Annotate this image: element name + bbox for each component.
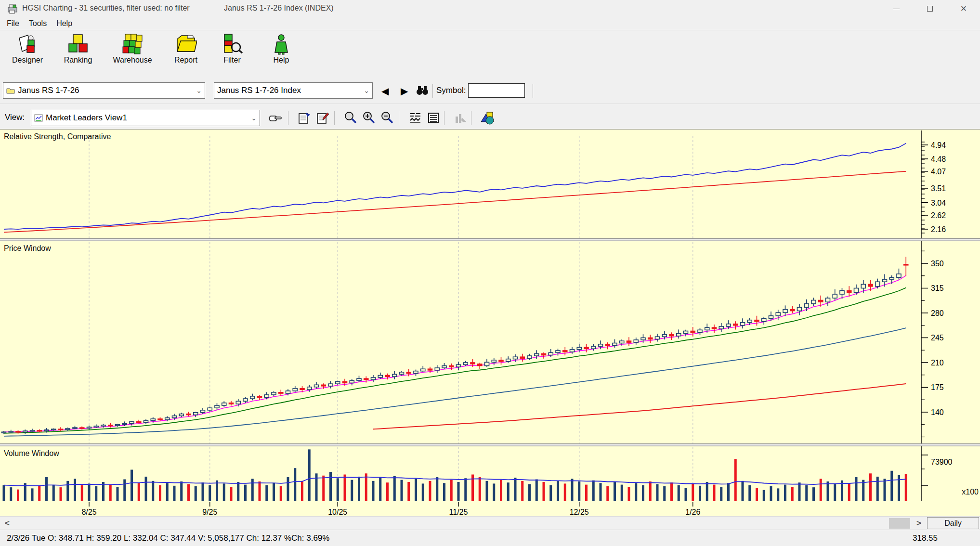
- menu-help[interactable]: Help: [53, 18, 79, 29]
- data-table-icon[interactable]: [426, 111, 441, 125]
- folder-icon: [6, 87, 15, 94]
- view-label: View:: [5, 113, 25, 122]
- main-toolbar: Designer Ranking Warehouse Re: [0, 32, 980, 66]
- security-dropdown[interactable]: Janus RS 1-7-26 Index ⌄: [214, 82, 373, 99]
- zoom-out-icon[interactable]: [379, 111, 395, 125]
- document-title: Janus RS 1-7-26 Index (INDEX): [224, 4, 334, 13]
- svg-text:2.62: 2.62: [931, 211, 946, 220]
- separator: [471, 111, 471, 125]
- menu-tools[interactable]: Tools: [26, 18, 53, 29]
- svg-text:350: 350: [931, 260, 944, 268]
- minimize-button[interactable]: [881, 0, 911, 17]
- edit-chart-icon[interactable]: [315, 111, 330, 125]
- svg-text:73900: 73900: [931, 458, 953, 466]
- chart-view-icon: [34, 114, 43, 122]
- security-dropdown-value: Janus RS 1-7-26 Index: [217, 86, 301, 95]
- close-button[interactable]: ×: [949, 0, 979, 17]
- annotate-disabled-icon: [453, 111, 468, 125]
- help-button[interactable]: Help: [267, 33, 296, 65]
- app-icon: [7, 3, 18, 14]
- help-icon: [270, 33, 292, 55]
- svg-text:4.94: 4.94: [931, 141, 946, 149]
- chevron-down-icon: ⌄: [251, 114, 257, 122]
- warehouse-icon: [121, 33, 144, 55]
- scrollbar-thumb[interactable]: [889, 518, 910, 529]
- view-dropdown-value: Market Leaders View1: [46, 113, 127, 123]
- indicator-settings-icon[interactable]: [407, 111, 423, 125]
- volume-panel-title: Volume Window: [4, 449, 59, 458]
- filter-icon: [221, 33, 243, 55]
- svg-text:12/25: 12/25: [570, 508, 589, 516]
- pointer-hand-icon[interactable]: [268, 111, 283, 125]
- scroll-right-arrow[interactable]: >: [912, 517, 926, 530]
- ranking-icon: [67, 33, 89, 55]
- svg-text:11/25: 11/25: [449, 508, 468, 516]
- previous-security-button[interactable]: ◀: [381, 85, 389, 97]
- svg-text:245: 245: [931, 334, 944, 342]
- separator: [334, 111, 335, 125]
- rs-panel-title: Relative Strength, Comparative: [4, 132, 111, 141]
- status-bar: 2/3/26 Tue O: 348.71 H: 359.20 L: 332.04…: [0, 530, 980, 546]
- symbol-input[interactable]: [468, 83, 525, 98]
- title-bar: HGSI Charting - 31 securities, filter us…: [0, 0, 980, 17]
- symbol-bar: Janus RS 1-7-26 ⌄ Janus RS 1-7-26 Index …: [0, 80, 980, 102]
- report-label: Report: [174, 56, 197, 65]
- horizontal-scrollbar[interactable]: < > Daily: [0, 516, 980, 530]
- chart-area[interactable]: 4.944.484.073.513.042.622.16350315280245…: [0, 129, 980, 516]
- svg-text:1/26: 1/26: [685, 508, 700, 516]
- svg-text:280: 280: [931, 309, 944, 317]
- svg-text:2.16: 2.16: [931, 225, 946, 234]
- separator: [432, 84, 433, 98]
- maximize-icon: [927, 6, 933, 12]
- svg-text:175: 175: [931, 383, 944, 391]
- daily-periodicity-button[interactable]: Daily: [927, 517, 979, 529]
- chevron-down-icon: ⌄: [364, 87, 369, 94]
- next-security-button[interactable]: ▶: [401, 85, 408, 97]
- status-price-value: 318.55: [913, 533, 938, 543]
- designer-label: Designer: [12, 56, 43, 65]
- svg-text:140: 140: [931, 408, 944, 416]
- zoom-icon[interactable]: [343, 111, 358, 125]
- volume-scale-label: x100: [942, 488, 979, 496]
- toolbar-region: Designer Ranking Warehouse Re: [0, 30, 980, 129]
- filter-label: Filter: [223, 56, 241, 65]
- draw-shapes-icon[interactable]: [480, 111, 495, 125]
- symbol-label: Symbol:: [436, 86, 466, 95]
- filter-button[interactable]: Filter: [217, 33, 248, 65]
- minimize-icon: [893, 9, 900, 9]
- designer-button[interactable]: Designer: [7, 33, 48, 65]
- svg-text:3.51: 3.51: [931, 184, 946, 193]
- chart-properties-icon[interactable]: [297, 111, 312, 125]
- svg-text:8/25: 8/25: [81, 508, 96, 516]
- view-dropdown[interactable]: Market Leaders View1 ⌄: [31, 110, 260, 126]
- chart-canvas[interactable]: 4.944.484.073.513.042.622.16350315280245…: [0, 130, 980, 517]
- scroll-left-arrow[interactable]: <: [0, 517, 14, 530]
- report-icon: [175, 33, 197, 55]
- menu-file[interactable]: File: [4, 18, 26, 29]
- chevron-down-icon: ⌄: [196, 87, 202, 94]
- separator: [288, 111, 288, 125]
- svg-text:9/25: 9/25: [202, 508, 217, 516]
- status-ohlc-text: 2/3/26 Tue O: 348.71 H: 359.20 L: 332.04…: [7, 533, 329, 543]
- warehouse-button[interactable]: Warehouse: [108, 33, 157, 65]
- view-bar: View: Market Leaders View1 ⌄: [0, 104, 980, 129]
- find-binoculars-icon[interactable]: [416, 85, 429, 96]
- svg-text:10/25: 10/25: [328, 508, 347, 516]
- help-label: Help: [274, 56, 289, 65]
- maximize-button[interactable]: [915, 0, 945, 17]
- report-button[interactable]: Report: [168, 33, 204, 65]
- svg-text:4.48: 4.48: [931, 155, 946, 163]
- price-panel-title: Price Window: [4, 244, 51, 253]
- warehouse-label: Warehouse: [113, 56, 152, 65]
- group-dropdown[interactable]: Janus RS 1-7-26 ⌄: [3, 82, 205, 99]
- separator: [533, 84, 533, 98]
- ranking-label: Ranking: [64, 56, 92, 65]
- window-title: HGSI Charting - 31 securities, filter us…: [22, 4, 190, 13]
- ranking-button[interactable]: Ranking: [59, 33, 97, 65]
- zoom-in-icon[interactable]: [361, 111, 377, 125]
- designer-icon: [16, 33, 39, 55]
- menu-bar: File Tools Help: [0, 17, 980, 30]
- separator: [399, 111, 399, 125]
- svg-text:315: 315: [931, 284, 944, 292]
- svg-text:210: 210: [931, 359, 944, 367]
